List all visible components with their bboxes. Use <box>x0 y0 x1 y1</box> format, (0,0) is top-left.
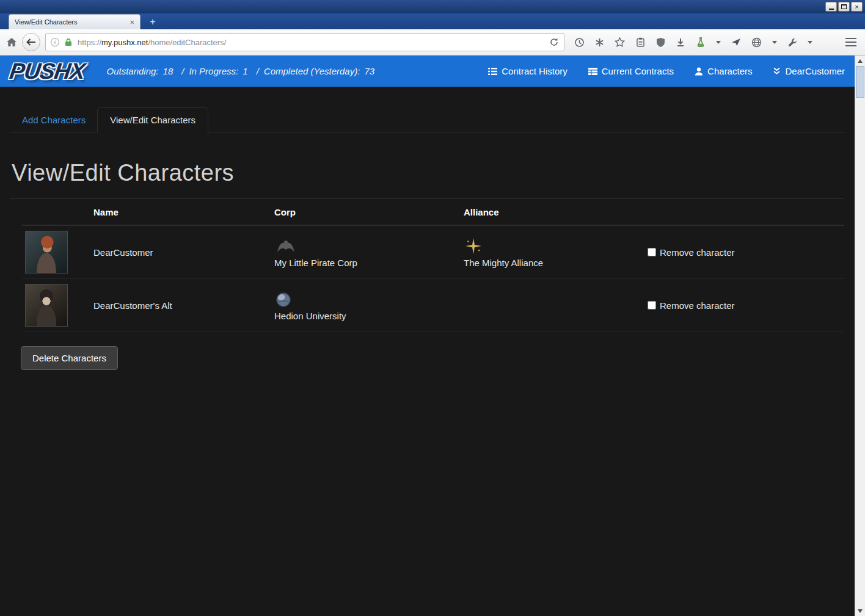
header-corp: Corp <box>274 207 464 217</box>
remove-cell: Remove character <box>648 300 844 311</box>
stats-separator: / <box>257 66 259 76</box>
url-bar[interactable]: i https://my.pushx.net/home/editCharacte… <box>45 33 564 51</box>
nav-label: Characters <box>707 66 752 76</box>
url-scheme: https:// <box>78 38 101 47</box>
outstanding-value: 18 <box>163 66 173 76</box>
page-content: Add Characters View/Edit Characters View… <box>0 107 855 370</box>
completed-label: Completed (Yesterday): <box>264 66 360 76</box>
in-progress-label: In Progress: <box>189 66 238 76</box>
tools-dropdown-caret-icon[interactable] <box>808 41 812 44</box>
globe-icon[interactable] <box>751 37 762 48</box>
nav-current-contracts[interactable]: Current Contracts <box>588 66 674 76</box>
back-button[interactable] <box>22 33 40 51</box>
remove-cell: Remove character <box>648 247 844 258</box>
corp-name: My Little Pirate Corp <box>274 258 464 268</box>
maximize-icon <box>841 4 847 9</box>
scrollbar-track[interactable] <box>855 98 865 606</box>
back-arrow-icon <box>26 38 36 46</box>
scroll-up-icon[interactable] <box>855 56 865 66</box>
maximize-button[interactable] <box>838 2 850 12</box>
url-path: /home/editCharacters/ <box>148 38 226 47</box>
tab-add-characters[interactable]: Add Characters <box>10 108 97 132</box>
shield-icon[interactable] <box>655 37 665 48</box>
tab-close-icon[interactable]: × <box>130 18 134 26</box>
nav-account-dearcustomer[interactable]: DearCustomer <box>773 66 845 76</box>
remove-character-checkbox[interactable] <box>648 301 656 310</box>
delete-characters-button[interactable]: Delete Characters <box>21 346 118 370</box>
close-button[interactable]: × <box>851 2 863 12</box>
site-viewport: PUSHX Outstanding: 18 / In Progress: 1 /… <box>0 56 855 616</box>
tools-icon[interactable] <box>787 38 797 47</box>
home-icon[interactable] <box>6 37 17 47</box>
page-title: View/Edit Characters <box>12 160 844 186</box>
nav-label: Contract History <box>502 66 568 76</box>
toolbar-extension-icons <box>574 37 812 48</box>
corp-logo-icon <box>274 289 464 308</box>
pushx-logo[interactable]: PUSHX <box>8 60 86 82</box>
scrollbar-thumb[interactable] <box>856 66 864 98</box>
lock-icon[interactable] <box>64 38 73 46</box>
user-icon <box>695 67 703 76</box>
menu-icon[interactable] <box>845 38 856 46</box>
character-portrait <box>25 231 68 274</box>
info-icon[interactable]: i <box>51 38 59 46</box>
nav-characters[interactable]: Characters <box>695 66 752 76</box>
table-header-row: Name Corp Alliance <box>22 199 844 226</box>
list-icon <box>488 68 497 75</box>
close-icon: × <box>855 3 858 10</box>
url-text[interactable]: https://my.pushx.net/home/editCharacters… <box>78 38 545 47</box>
header-name: Name <box>93 207 274 217</box>
site-navbar: PUSHX Outstanding: 18 / In Progress: 1 /… <box>0 56 855 87</box>
remove-character-label: Remove character <box>660 300 735 311</box>
reload-icon[interactable] <box>549 38 559 46</box>
table-icon <box>588 68 597 75</box>
completed-value: 73 <box>364 66 374 76</box>
tab-view-edit-characters[interactable]: View/Edit Characters <box>97 107 208 132</box>
in-progress-value: 1 <box>243 66 247 76</box>
nav-contract-history[interactable]: Contract History <box>488 66 568 76</box>
clipboard-icon[interactable] <box>635 37 645 47</box>
minimize-icon <box>829 9 834 10</box>
characters-table: Name Corp Alliance DearCustomer My Littl… <box>22 199 844 332</box>
header-alliance: Alliance <box>464 207 648 217</box>
url-domain: my.pushx.net <box>101 38 148 47</box>
corp-logo-icon <box>274 236 464 255</box>
history-clock-icon[interactable] <box>574 38 584 47</box>
bookmark-star-icon[interactable] <box>615 37 625 47</box>
double-chevron-down-icon <box>773 67 781 75</box>
alliance-name: The Mighty Alliance <box>464 258 648 268</box>
browser-tab[interactable]: View/Edit Characters × <box>9 14 141 29</box>
minimize-button[interactable] <box>825 2 837 12</box>
main-nav: Contract History Current Contracts Chara… <box>488 66 845 76</box>
table-row: DearCustomer's Alt Hedion University Rem… <box>22 279 844 332</box>
remove-character-label: Remove character <box>660 247 735 258</box>
new-tab-button[interactable]: + <box>144 15 161 29</box>
alliance-logo-icon <box>464 236 648 255</box>
flask-icon[interactable] <box>696 37 706 47</box>
stats-separator: / <box>181 66 184 76</box>
browser-tabstrip: View/Edit Characters × + <box>0 13 865 29</box>
character-portrait <box>25 284 68 327</box>
download-icon[interactable] <box>676 38 685 47</box>
browser-tab-title: View/Edit Characters <box>15 18 126 26</box>
table-row: DearCustomer My Little Pirate Corp The M… <box>22 226 844 279</box>
character-name: DearCustomer <box>93 247 274 258</box>
corp-cell: Hedion University <box>274 289 464 321</box>
nav-label: DearCustomer <box>785 66 845 76</box>
corp-name: Hedion University <box>274 311 464 321</box>
browser-toolbar: i https://my.pushx.net/home/editCharacte… <box>0 29 865 56</box>
flask-dropdown-caret-icon[interactable] <box>716 41 721 44</box>
scrollbar[interactable] <box>855 56 865 616</box>
globe-dropdown-caret-icon[interactable] <box>772 41 777 44</box>
alliance-cell: The Mighty Alliance <box>464 236 648 268</box>
remove-character-checkbox[interactable] <box>648 248 656 256</box>
corp-cell: My Little Pirate Corp <box>274 236 464 268</box>
send-plane-icon[interactable] <box>731 38 741 46</box>
scroll-down-icon[interactable] <box>855 606 865 616</box>
character-tabs: Add Characters View/Edit Characters <box>10 107 844 132</box>
nav-label: Current Contracts <box>602 66 674 76</box>
window-controls: × <box>825 2 863 12</box>
window-titlebar: × <box>0 0 865 13</box>
contract-stats: Outstanding: 18 / In Progress: 1 / Compl… <box>106 66 378 76</box>
gear-asterisk-icon[interactable] <box>594 38 604 47</box>
